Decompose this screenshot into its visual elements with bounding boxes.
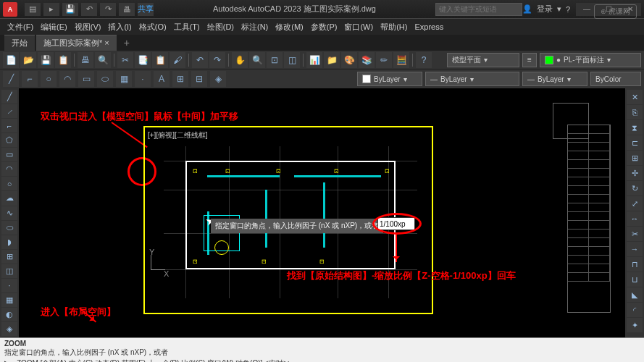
undo-icon[interactable]: ↶ — [192, 52, 208, 68]
saveas-icon[interactable]: 📋 — [55, 52, 71, 68]
block-icon[interactable]: ⊞ — [172, 71, 188, 87]
region-icon[interactable]: ◈ — [210, 71, 226, 87]
copy-icon[interactable]: 📑 — [135, 52, 151, 68]
help-search-input[interactable] — [435, 3, 522, 16]
menu-insert[interactable]: 插入(I) — [105, 20, 134, 34]
calc-icon[interactable]: 🧮 — [393, 52, 409, 68]
block-tool-icon[interactable]: ◫ — [1, 264, 17, 278]
menu-edit[interactable]: 编辑(E) — [38, 20, 70, 34]
insert-tool-icon[interactable]: ⊞ — [1, 250, 17, 264]
polygon-tool-icon[interactable]: ⬠ — [1, 133, 17, 147]
help-icon[interactable]: ? — [566, 5, 570, 14]
revcloud-tool-icon[interactable]: ☁ — [1, 191, 17, 205]
chamfer-icon[interactable]: ◣ — [627, 287, 643, 302]
layer-tool-icon[interactable]: ≡ — [522, 53, 537, 67]
paste-icon[interactable]: 📋 — [152, 52, 168, 68]
stretch-icon[interactable]: ↔ — [627, 211, 643, 226]
pline-tool-icon[interactable]: ⌐ — [1, 119, 17, 132]
xline-tool-icon[interactable]: ⟋ — [1, 104, 17, 118]
scale-icon[interactable]: ⤢ — [627, 196, 643, 211]
qat-menu-icon[interactable]: ▤ — [25, 3, 41, 16]
color-dropdown[interactable]: ByLayer ▾ — [357, 72, 422, 86]
sheet-icon[interactable]: 📚 — [359, 52, 375, 68]
qat-save-icon[interactable]: 💾 — [62, 3, 78, 16]
copy2-icon[interactable]: ⎘ — [627, 105, 643, 119]
tab-close-icon[interactable]: × — [104, 38, 109, 47]
menu-file[interactable]: 文件(F) — [4, 20, 36, 34]
qat-share-label[interactable]: 共享 — [138, 3, 154, 16]
dcenter-icon[interactable]: 📁 — [324, 52, 340, 68]
pline-icon[interactable]: ⌐ — [22, 71, 38, 87]
ellipse-icon[interactable]: ⬭ — [97, 71, 113, 87]
qat-open-icon[interactable]: ▸ — [43, 3, 59, 16]
viewport-label[interactable]: [+][俯视][二维线框] — [148, 130, 208, 140]
hatch-tool-icon[interactable]: ▦ — [1, 293, 17, 307]
menu-tools[interactable]: 工具(T) — [171, 20, 203, 34]
pan-icon[interactable]: ✋ — [232, 52, 248, 68]
tab-start[interactable]: 开始 — [4, 35, 35, 51]
lineweight-dropdown[interactable]: — ByLayer ▾ — [522, 72, 587, 86]
menu-draw[interactable]: 绘图(D) — [204, 20, 237, 34]
ellipse-tool-icon[interactable]: ⬭ — [1, 221, 17, 235]
palette-icon[interactable]: 🎨 — [341, 52, 357, 68]
fillet-icon[interactable]: ◜ — [627, 303, 643, 317]
circle-tool-icon[interactable]: ○ — [1, 177, 17, 190]
arc-icon[interactable]: ◠ — [59, 71, 75, 87]
rect-tool-icon[interactable]: ▭ — [1, 148, 17, 161]
zoom-win-icon[interactable]: ◫ — [284, 52, 300, 68]
menu-format[interactable]: 格式(O) — [136, 20, 170, 34]
line-tool-icon[interactable]: ╱ — [1, 90, 17, 104]
text-icon[interactable]: A — [154, 71, 170, 87]
props-icon[interactable]: 📊 — [306, 52, 322, 68]
menu-express[interactable]: Express — [411, 21, 446, 33]
arc-tool-icon[interactable]: ◠ — [1, 162, 17, 176]
menu-modify[interactable]: 修改(M) — [272, 20, 306, 34]
gradient-tool-icon[interactable]: ◐ — [1, 308, 17, 321]
redo-icon[interactable]: ↷ — [209, 52, 225, 68]
region-tool-icon[interactable]: ◈ — [1, 322, 17, 336]
point-icon[interactable]: · — [135, 71, 151, 87]
user-icon[interactable]: 👤 — [522, 4, 532, 14]
hatch-icon[interactable]: ▦ — [116, 71, 132, 87]
markup-icon[interactable]: ✏ — [376, 52, 392, 68]
drawing-canvas[interactable]: 双击视口进入【模型空间】鼠标【中间】加平移 [+][俯视][二维线框] — [19, 88, 625, 337]
mirror-icon[interactable]: ⧗ — [627, 120, 643, 135]
menu-view[interactable]: 视图(V) — [72, 20, 104, 34]
move-icon[interactable]: ✢ — [627, 166, 643, 180]
menu-dim[interactable]: 标注(N) — [238, 20, 271, 34]
table-icon[interactable]: ⊟ — [191, 71, 207, 87]
preview-icon[interactable]: 🔍 — [95, 52, 111, 68]
view-cube[interactable] — [538, 96, 611, 153]
erase-icon[interactable]: ✕ — [627, 90, 643, 104]
layer-state-dropdown[interactable]: 模型平面 ▾ — [447, 53, 519, 67]
zoom-icon[interactable]: 🔍 — [249, 52, 265, 68]
ellarc-tool-icon[interactable]: ◗ — [1, 235, 17, 249]
tab-document[interactable]: 施工图实际案例* × — [36, 35, 117, 51]
linetype-dropdown[interactable]: — ByLayer ▾ — [425, 72, 519, 86]
open-icon[interactable]: 📂 — [20, 52, 36, 68]
menu-param[interactable]: 参数(P) — [308, 20, 340, 34]
cut-icon[interactable]: ✂ — [117, 52, 133, 68]
qat-redo-icon[interactable]: ↷ — [100, 3, 116, 16]
point-tool-icon[interactable]: · — [1, 279, 17, 292]
match-icon[interactable]: 🖌 — [170, 52, 185, 68]
command-line[interactable]: ZOOM 指定窗口的角点，输入比例因子 (nX 或 nXP)，或者 ▶ - ZO… — [0, 337, 644, 362]
extend-icon[interactable]: → — [627, 242, 643, 256]
rotate-icon[interactable]: ↻ — [627, 181, 643, 195]
join-icon[interactable]: ⊔ — [627, 272, 643, 287]
zoom-ext-icon[interactable]: ⊡ — [267, 52, 283, 68]
qat-plot-icon[interactable]: 🖶 — [119, 3, 135, 16]
array-icon[interactable]: ⊞ — [627, 151, 643, 165]
save-icon[interactable]: 💾 — [38, 52, 54, 68]
layer-dropdown[interactable]: ● PL-平面标注 ▾ — [540, 53, 641, 67]
help2-icon[interactable]: ? — [416, 52, 432, 68]
qat-undo-icon[interactable]: ↶ — [81, 3, 97, 16]
plot-icon[interactable]: 🖶 — [78, 52, 93, 68]
menu-help[interactable]: 帮助(H) — [377, 20, 410, 34]
circle-icon[interactable]: ○ — [41, 71, 57, 87]
dropdown-icon[interactable]: ▾ — [557, 4, 561, 14]
login-link[interactable]: 登录 — [537, 4, 553, 14]
tab-add[interactable]: + — [118, 35, 135, 51]
explode-icon[interactable]: ✦ — [627, 318, 643, 332]
trim-icon[interactable]: ✂ — [627, 227, 643, 241]
